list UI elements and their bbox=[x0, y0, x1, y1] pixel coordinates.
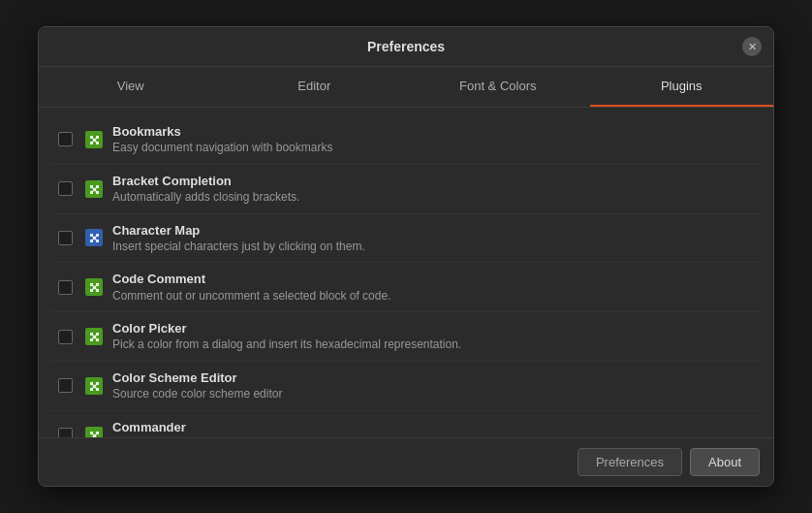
plugin-list: BookmarksEasy document navigation with b… bbox=[39, 108, 773, 437]
character-map-icon bbox=[85, 229, 103, 246]
character-map-desc: Insert special characters just by clicki… bbox=[112, 240, 758, 255]
checkbox-commander[interactable] bbox=[58, 428, 73, 437]
checkbox-code-comment[interactable] bbox=[58, 280, 73, 295]
tab-font-colors[interactable]: Font & Colors bbox=[406, 67, 590, 107]
checkbox-color-picker[interactable] bbox=[58, 330, 73, 344]
list-item: Character MapInsert special characters j… bbox=[50, 214, 762, 264]
code-comment-name: Code Comment bbox=[112, 271, 758, 288]
tab-bar: View Editor Font & Colors Plugins bbox=[39, 67, 773, 108]
checkbox-color-scheme-editor[interactable] bbox=[58, 378, 73, 393]
bracket-completion-name: Bracket Completion bbox=[112, 173, 758, 190]
list-item: BookmarksEasy document navigation with b… bbox=[50, 115, 762, 165]
list-item: Code CommentComment out or uncomment a s… bbox=[50, 263, 762, 312]
checkbox-bracket-completion[interactable] bbox=[58, 181, 73, 196]
bookmarks-icon bbox=[85, 131, 103, 148]
character-map-name: Character Map bbox=[112, 222, 758, 240]
list-item: Color PickerPick a color from a dialog a… bbox=[50, 312, 762, 362]
tab-editor[interactable]: Editor bbox=[223, 67, 407, 107]
color-picker-icon bbox=[85, 328, 103, 345]
bookmarks-desc: Easy document navigation with bookmarks bbox=[112, 141, 758, 156]
color-picker-name: Color Picker bbox=[112, 320, 758, 337]
commander-name: Commander bbox=[112, 419, 758, 436]
title-bar: Preferences ✕ bbox=[39, 27, 773, 67]
bracket-completion-icon bbox=[85, 180, 103, 198]
commander-icon bbox=[85, 427, 103, 437]
list-item: Color Scheme EditorSource code color sch… bbox=[50, 362, 762, 411]
code-comment-icon bbox=[85, 278, 103, 296]
list-item: CommanderCommand line interface for adva… bbox=[50, 411, 762, 437]
checkbox-character-map[interactable] bbox=[58, 231, 73, 245]
list-item: Bracket CompletionAutomatically adds clo… bbox=[50, 165, 762, 214]
bracket-completion-desc: Automatically adds closing brackets. bbox=[112, 190, 758, 206]
color-scheme-editor-name: Color Scheme Editor bbox=[112, 369, 758, 387]
code-comment-desc: Comment out or uncomment a selected bloc… bbox=[112, 289, 758, 305]
color-picker-desc: Pick a color from a dialog and insert it… bbox=[112, 337, 758, 353]
preferences-dialog: Preferences ✕ View Editor Font & Colors … bbox=[38, 26, 774, 487]
about-button[interactable]: About bbox=[690, 448, 760, 476]
tab-view[interactable]: View bbox=[39, 67, 223, 107]
preferences-button[interactable]: Preferences bbox=[578, 448, 682, 476]
tab-plugins[interactable]: Plugins bbox=[590, 67, 774, 107]
footer: Preferences About bbox=[39, 437, 773, 486]
close-button[interactable]: ✕ bbox=[742, 37, 762, 56]
dialog-title: Preferences bbox=[367, 39, 445, 54]
color-scheme-editor-desc: Source code color scheme editor bbox=[112, 387, 758, 402]
color-scheme-editor-icon bbox=[85, 377, 103, 395]
bookmarks-name: Bookmarks bbox=[112, 123, 758, 141]
checkbox-bookmarks[interactable] bbox=[58, 132, 73, 146]
commander-desc: Command line interface for advanced edit… bbox=[112, 436, 758, 437]
